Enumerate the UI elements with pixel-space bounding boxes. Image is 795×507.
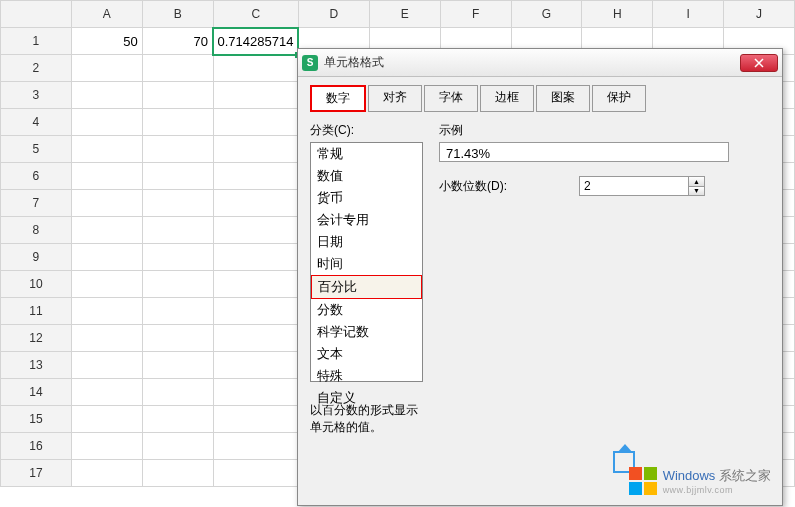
spinner-down[interactable]: ▼ — [689, 187, 704, 196]
row-header-1[interactable]: 1 — [1, 28, 72, 55]
category-general[interactable]: 常规 — [311, 143, 422, 165]
row-header-15[interactable]: 15 — [1, 406, 72, 433]
col-header-B[interactable]: B — [142, 1, 213, 28]
category-currency[interactable]: 货币 — [311, 187, 422, 209]
spinner-up[interactable]: ▲ — [689, 177, 704, 187]
cell-C1[interactable]: 0.714285714 — [213, 28, 298, 55]
watermark-text: Windows 系统之家 — [663, 467, 771, 485]
col-header-E[interactable]: E — [369, 1, 440, 28]
category-percentage[interactable]: 百分比 — [311, 275, 422, 299]
app-icon: S — [302, 55, 318, 71]
col-header-I[interactable]: I — [653, 1, 724, 28]
col-header-F[interactable]: F — [440, 1, 511, 28]
row-header-3[interactable]: 3 — [1, 82, 72, 109]
row-header-9[interactable]: 9 — [1, 244, 72, 271]
col-header-C[interactable]: C — [213, 1, 298, 28]
tab-number[interactable]: 数字 — [310, 85, 366, 112]
category-time[interactable]: 时间 — [311, 253, 422, 275]
col-header-A[interactable]: A — [71, 1, 142, 28]
row-header-5[interactable]: 5 — [1, 136, 72, 163]
dialog-titlebar[interactable]: S 单元格格式 — [298, 49, 782, 77]
row-header-11[interactable]: 11 — [1, 298, 72, 325]
category-special[interactable]: 特殊 — [311, 365, 422, 387]
row-header-6[interactable]: 6 — [1, 163, 72, 190]
close-icon — [754, 58, 764, 68]
preview-label: 示例 — [439, 122, 770, 139]
column-header-row: A B C D E F G H I J — [1, 1, 795, 28]
row-header-17[interactable]: 17 — [1, 460, 72, 487]
decimals-label: 小数位数(D): — [439, 178, 569, 195]
row-header-4[interactable]: 4 — [1, 109, 72, 136]
col-header-G[interactable]: G — [511, 1, 582, 28]
category-scientific[interactable]: 科学记数 — [311, 321, 422, 343]
decimals-input[interactable] — [579, 176, 689, 196]
decimals-spinner[interactable]: ▲ ▼ — [579, 176, 714, 196]
category-label: 分类(C): — [310, 122, 425, 139]
cell-format-dialog: S 单元格格式 数字 对齐 字体 边框 图案 保护 分类(C): 常规 数值 货… — [297, 48, 783, 506]
row-header-13[interactable]: 13 — [1, 352, 72, 379]
category-date[interactable]: 日期 — [311, 231, 422, 253]
col-header-H[interactable]: H — [582, 1, 653, 28]
cell-B1[interactable]: 70 — [142, 28, 213, 55]
row-header-16[interactable]: 16 — [1, 433, 72, 460]
col-header-J[interactable]: J — [724, 1, 795, 28]
tab-protection[interactable]: 保护 — [592, 85, 646, 112]
tab-font[interactable]: 字体 — [424, 85, 478, 112]
row-header-8[interactable]: 8 — [1, 217, 72, 244]
category-accounting[interactable]: 会计专用 — [311, 209, 422, 231]
tab-pattern[interactable]: 图案 — [536, 85, 590, 112]
row-header-10[interactable]: 10 — [1, 271, 72, 298]
watermark-brand: Windows 系统之家 www.bjjmlv.com — [629, 467, 771, 495]
tab-alignment[interactable]: 对齐 — [368, 85, 422, 112]
select-all-corner[interactable] — [1, 1, 72, 28]
tab-border[interactable]: 边框 — [480, 85, 534, 112]
windows-icon — [629, 467, 657, 495]
cell-A1[interactable]: 50 — [71, 28, 142, 55]
dialog-body: 数字 对齐 字体 边框 图案 保护 分类(C): 常规 数值 货币 会计专用 日… — [298, 77, 782, 444]
row-header-7[interactable]: 7 — [1, 190, 72, 217]
category-number[interactable]: 数值 — [311, 165, 422, 187]
row-header-12[interactable]: 12 — [1, 325, 72, 352]
dialog-title: 单元格格式 — [324, 54, 740, 71]
preview-value: 71.43% — [439, 142, 729, 162]
close-button[interactable] — [740, 54, 778, 72]
row-header-2[interactable]: 2 — [1, 55, 72, 82]
watermark-url: www.bjjmlv.com — [663, 485, 771, 495]
dialog-tabs: 数字 对齐 字体 边框 图案 保护 — [310, 85, 770, 112]
format-description: 以百分数的形式显示单元格的值。 — [310, 402, 425, 436]
category-list[interactable]: 常规 数值 货币 会计专用 日期 时间 百分比 分数 科学记数 文本 特殊 自定… — [310, 142, 423, 382]
category-fraction[interactable]: 分数 — [311, 299, 422, 321]
row-header-14[interactable]: 14 — [1, 379, 72, 406]
col-header-D[interactable]: D — [298, 1, 369, 28]
category-text[interactable]: 文本 — [311, 343, 422, 365]
